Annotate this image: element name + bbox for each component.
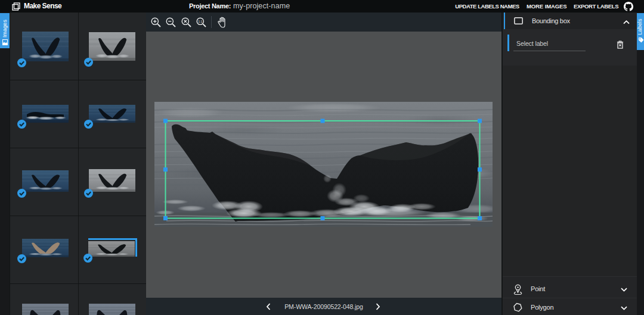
svg-text:1:1: 1:1 (198, 20, 202, 23)
